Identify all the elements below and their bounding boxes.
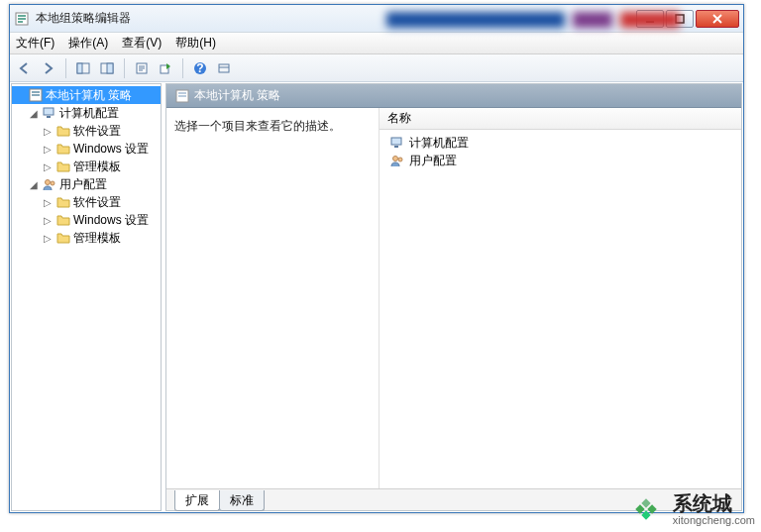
forward-button[interactable] — [38, 57, 59, 79]
description-prompt: 选择一个项目来查看它的描述。 — [174, 119, 341, 133]
watermark-url: xitongcheng.com — [673, 514, 755, 526]
list-column: 名称 计算机配置用户配置 — [380, 108, 741, 510]
watermark: 系统城 xitongcheng.com — [627, 490, 755, 528]
folder-icon — [55, 141, 71, 157]
svg-rect-16 — [32, 91, 40, 93]
description-column: 选择一个项目来查看它的描述。 — [166, 108, 380, 510]
watermark-brand: 系统城 — [673, 492, 755, 514]
tree-group-node[interactable]: ◢用户配置 — [26, 175, 161, 193]
svg-rect-25 — [391, 138, 401, 145]
gpedit-window: 本地组策略编辑器 文件(F) 操作(A) 查看(V) 帮助(H) ? — [9, 4, 744, 513]
users-icon — [389, 153, 405, 168]
menu-view[interactable]: 查看(V) — [122, 35, 162, 52]
separator — [124, 58, 125, 78]
tree-node-label: 软件设置 — [73, 194, 121, 211]
list-item[interactable]: 计算机配置 — [380, 134, 741, 152]
folder-icon — [55, 212, 71, 228]
computer-icon — [42, 105, 57, 121]
svg-rect-30 — [647, 504, 656, 513]
tree-leaf-node[interactable]: ▷软件设置 — [40, 193, 161, 211]
policy-icon — [28, 87, 44, 103]
expand-icon[interactable]: ▷ — [42, 215, 54, 226]
details-header: 本地计算机 策略 — [166, 84, 741, 108]
svg-rect-23 — [178, 92, 186, 94]
expand-icon[interactable]: ▷ — [42, 197, 54, 208]
column-header-name[interactable]: 名称 — [380, 108, 741, 130]
tree-group-node[interactable]: ◢计算机配置 — [26, 104, 161, 122]
svg-rect-9 — [107, 63, 113, 73]
tab-extended[interactable]: 扩展 — [174, 490, 220, 511]
back-button[interactable] — [14, 57, 36, 79]
svg-rect-3 — [18, 21, 23, 23]
svg-rect-2 — [18, 18, 26, 20]
svg-point-27 — [393, 157, 398, 161]
collapse-icon[interactable]: ◢ — [28, 108, 40, 119]
svg-rect-4 — [646, 21, 654, 23]
svg-rect-5 — [676, 15, 684, 23]
svg-text:?: ? — [196, 61, 203, 75]
list-item-label: 用户配置 — [409, 153, 457, 169]
minimize-button[interactable] — [636, 10, 664, 28]
help-button[interactable]: ? — [189, 57, 211, 79]
tree-leaf-node[interactable]: ▷Windows 设置 — [40, 211, 161, 229]
collapse-icon[interactable]: ◢ — [28, 179, 40, 190]
up-button[interactable] — [72, 57, 94, 79]
list-item[interactable]: 用户配置 — [380, 152, 741, 169]
expand-icon[interactable]: ▷ — [42, 126, 54, 137]
menu-action[interactable]: 操作(A) — [68, 35, 108, 52]
tree-node-label: 计算机配置 — [59, 105, 119, 122]
window-title: 本地组策略编辑器 — [36, 10, 636, 27]
maximize-button[interactable] — [666, 10, 694, 28]
watermark-logo-icon — [627, 490, 665, 528]
show-hide-tree-button[interactable] — [96, 57, 118, 79]
tree-node-label: Windows 设置 — [73, 141, 149, 158]
separator — [182, 58, 183, 78]
expand-icon[interactable]: ▷ — [42, 161, 54, 172]
expand-icon[interactable]: ▷ — [42, 233, 54, 244]
svg-point-21 — [51, 181, 54, 185]
tree-root-label: 本地计算机 策略 — [46, 87, 132, 104]
tab-standard[interactable]: 标准 — [219, 490, 265, 511]
policy-icon — [174, 88, 190, 104]
folder-icon — [55, 159, 71, 174]
svg-rect-29 — [641, 498, 650, 507]
svg-rect-17 — [32, 94, 40, 96]
svg-rect-1 — [18, 15, 26, 17]
tree-leaf-node[interactable]: ▷Windows 设置 — [40, 140, 161, 158]
body: ▸ 本地计算机 策略 ◢计算机配置▷软件设置▷Windows 设置▷管理模板◢用… — [11, 83, 742, 511]
svg-point-28 — [398, 158, 402, 161]
folder-icon — [55, 123, 71, 139]
svg-rect-24 — [178, 95, 186, 97]
app-icon — [14, 11, 30, 27]
tree-root-node[interactable]: ▸ 本地计算机 策略 — [12, 86, 161, 104]
list-item-label: 计算机配置 — [409, 135, 469, 152]
toolbar: ? — [10, 54, 743, 82]
tree-node-label: 软件设置 — [73, 123, 121, 140]
svg-rect-31 — [635, 504, 644, 513]
menubar: 文件(F) 操作(A) 查看(V) 帮助(H) — [10, 33, 743, 54]
svg-rect-26 — [394, 146, 398, 148]
export-button[interactable] — [155, 57, 176, 79]
menu-help[interactable]: 帮助(H) — [175, 35, 216, 52]
separator — [65, 58, 66, 78]
users-icon — [42, 176, 57, 192]
svg-point-20 — [46, 180, 51, 185]
expand-icon[interactable]: ▷ — [42, 144, 54, 155]
folder-icon — [55, 230, 71, 246]
svg-rect-14 — [219, 64, 229, 72]
svg-rect-32 — [641, 510, 650, 519]
tree-pane[interactable]: ▸ 本地计算机 策略 ◢计算机配置▷软件设置▷Windows 设置▷管理模板◢用… — [11, 83, 162, 511]
tree-leaf-node[interactable]: ▷软件设置 — [40, 122, 161, 140]
tree-leaf-node[interactable]: ▷管理模板 — [40, 229, 161, 247]
properties-button[interactable] — [131, 57, 153, 79]
tree-leaf-node[interactable]: ▷管理模板 — [40, 158, 161, 175]
svg-rect-19 — [47, 116, 51, 118]
filter-button[interactable] — [213, 57, 235, 79]
close-button[interactable] — [696, 10, 739, 28]
menu-file[interactable]: 文件(F) — [16, 35, 54, 52]
svg-rect-7 — [77, 63, 82, 73]
window-controls — [636, 10, 739, 28]
svg-rect-18 — [44, 108, 54, 115]
tree-node-label: 管理模板 — [73, 159, 121, 175]
details-pane: 本地计算机 策略 选择一个项目来查看它的描述。 名称 计算机配置用户配置 扩展 … — [165, 83, 742, 511]
